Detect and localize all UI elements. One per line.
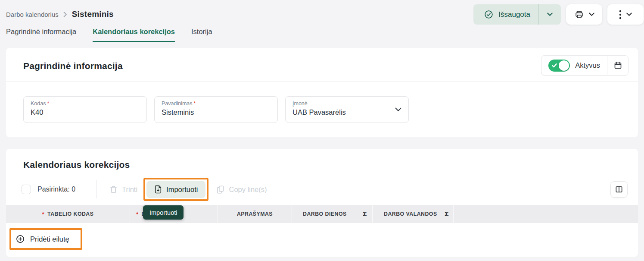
chevron-down-icon	[547, 13, 553, 16]
column-header-tabelio-kodas[interactable]: * TABELIO KODAS	[6, 205, 130, 223]
pavadinimas-field-value: Sisteminis	[162, 108, 271, 116]
corrections-toolbar: Pasirinkta: 0 Trinti Importuoti Copy lin…	[6, 177, 638, 201]
import-button[interactable]: Importuoti	[146, 181, 205, 198]
selected-count-label: Pasirinkta: 0	[37, 186, 75, 193]
copy-lines-button[interactable]: Copy line(s)	[216, 185, 267, 194]
pavadinimas-field-label: Pavadinimas*	[162, 101, 271, 107]
import-button-label: Importuoti	[166, 186, 198, 194]
tab-kalendoriaus-korekcijos[interactable]: Kalendoriaus korekcijos	[93, 28, 175, 42]
save-status-main[interactable]: Išsaugota	[473, 10, 538, 19]
breadcrumb: Darbo kalendorius Sisteminis	[6, 9, 114, 19]
print-button[interactable]	[566, 4, 602, 25]
kodas-field[interactable]: Kodas* K40	[23, 96, 147, 123]
corrections-card-title: Kalendoriaus korekcijos	[23, 160, 130, 170]
active-toggle-label: Aktyvus	[575, 61, 600, 69]
required-asterisk: *	[42, 211, 45, 217]
save-status-label: Išsaugota	[498, 10, 530, 19]
toggle-switch[interactable]	[548, 60, 570, 72]
active-toggle[interactable]: Aktyvus	[541, 60, 607, 72]
columns-icon	[615, 185, 623, 194]
kodas-field-label: Kodas*	[31, 101, 140, 107]
plus-circle-icon	[16, 234, 25, 244]
table-header-row: * TABELIO KODAS * DATA APRAŠYMAS DARBO D…	[6, 205, 638, 223]
pavadinimas-field[interactable]: Pavadinimas* Sisteminis	[154, 96, 278, 123]
select-all-checkbox[interactable]	[22, 185, 31, 194]
tab-istorija[interactable]: Istorija	[191, 28, 212, 42]
save-options-caret[interactable]	[539, 13, 561, 16]
trash-icon	[109, 185, 118, 194]
main-info-card: Pagrindinė informacija Aktyvus Kodas* K4…	[6, 48, 638, 137]
column-header-darbo-valandos[interactable]: DARBO VALANDOS Σ	[373, 205, 454, 223]
table-body: Pridėti eilutę	[6, 223, 638, 257]
check-circle-icon	[484, 10, 493, 19]
printer-icon	[574, 9, 584, 19]
toolbar-divider	[96, 180, 96, 198]
kodas-field-value: K40	[31, 108, 140, 116]
import-highlight-annotation: Importuoti	[143, 178, 208, 201]
save-status-button[interactable]: Išsaugota	[473, 4, 561, 25]
chevron-right-icon	[63, 12, 67, 17]
imone-select[interactable]: Įmonė UAB Pavasarėlis	[285, 96, 409, 123]
copy-lines-button-label: Copy line(s)	[229, 186, 267, 194]
required-asterisk: *	[194, 101, 196, 107]
breadcrumb-parent-link[interactable]: Darbo kalendorius	[6, 11, 59, 18]
sum-icon[interactable]: Σ	[363, 210, 367, 218]
tab-pagrindine-informacija[interactable]: Pagrindinė informacija	[6, 28, 76, 42]
main-info-card-title: Pagrindinė informacija	[23, 61, 123, 71]
header-actions: Išsaugota	[473, 4, 644, 25]
toggle-check-icon	[552, 63, 557, 68]
tab-bar: Pagrindinė informacija Kalendoriaus kore…	[0, 28, 644, 42]
add-row-button[interactable]: Pridėti eilutę	[11, 230, 81, 248]
top-bar: Darbo kalendorius Sisteminis Išsaugota	[0, 0, 644, 28]
corrections-card: Kalendoriaus korekcijos Pasirinkta: 0 Tr…	[6, 149, 638, 257]
chevron-down-icon	[395, 107, 401, 112]
card-header-divider	[6, 81, 638, 82]
delete-button[interactable]: Trinti	[109, 185, 137, 194]
required-asterisk: *	[136, 211, 139, 217]
column-header-aprasymas[interactable]: APRAŠYMAS	[218, 205, 292, 223]
toggle-knob	[559, 60, 569, 71]
add-row-button-label: Pridėti eilutę	[30, 235, 69, 243]
add-row-highlight-annotation: Pridėti eilutę	[9, 228, 82, 250]
import-file-icon	[154, 185, 162, 194]
delete-button-label: Trinti	[122, 186, 137, 194]
copy-icon	[216, 185, 224, 194]
required-asterisk: *	[47, 101, 49, 107]
column-header-darbo-dienos[interactable]: DARBO DIENOS Σ	[292, 205, 373, 223]
imone-select-label: Įmonė	[292, 101, 401, 107]
table-header-filler	[454, 205, 638, 223]
import-tooltip: Importuoti	[143, 205, 184, 220]
sum-icon[interactable]: Σ	[445, 210, 449, 218]
page-title: Sisteminis	[72, 9, 114, 19]
chevron-down-icon	[626, 13, 632, 16]
column-settings-button[interactable]	[610, 181, 628, 198]
kebab-menu-icon	[619, 10, 622, 19]
calendar-button[interactable]	[607, 61, 628, 70]
status-control: Aktyvus	[541, 55, 628, 75]
more-actions-button[interactable]	[607, 4, 644, 25]
chevron-down-icon	[589, 13, 594, 16]
calendar-icon	[613, 61, 622, 70]
imone-select-value: UAB Pavasarėlis	[292, 108, 401, 116]
main-info-fields: Kodas* K40 Pavadinimas* Sisteminis Įmonė…	[23, 96, 409, 123]
